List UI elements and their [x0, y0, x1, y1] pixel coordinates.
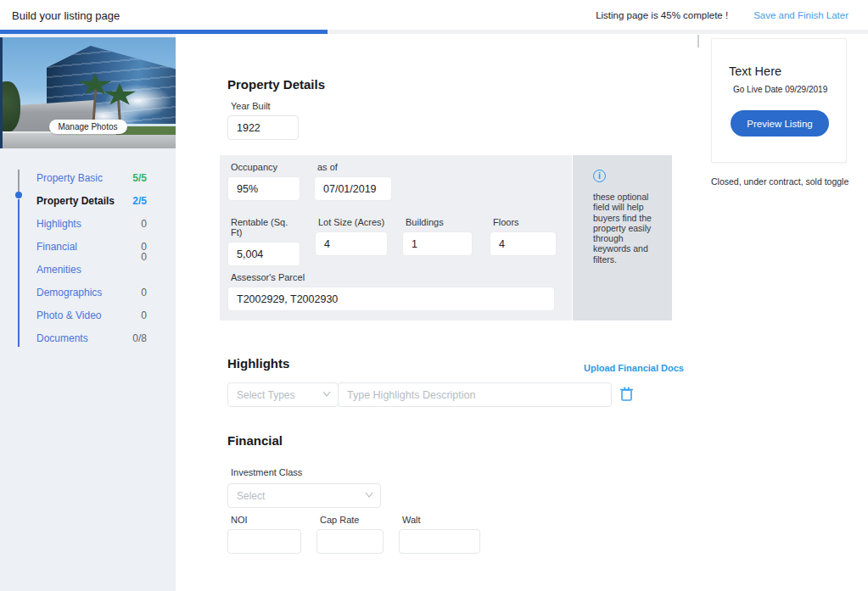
sidebar-item-label: Property Basic: [36, 172, 103, 184]
top-bar-right: Listing page is 45% complete ! Save and …: [596, 0, 848, 30]
sidebar-item-label: Demographics: [36, 287, 102, 298]
cap-rate-field: Cap Rate: [316, 515, 384, 554]
sidebar-item-property-details[interactable]: Property Details 2/5: [0, 189, 176, 212]
lot-size-label: Lot Size (Acres): [315, 217, 388, 227]
sidebar-item-count: 0: [141, 251, 147, 263]
go-live-date-text: Go Live Date 09/29/2019: [733, 85, 827, 94]
scrollbar-thumb[interactable]: [697, 35, 699, 47]
sidebar-item-count: 2/5: [132, 195, 147, 207]
photo-edge: [0, 37, 3, 148]
sidebar-item-label: Financial: [36, 241, 77, 253]
progress-status-text: Listing page is 45% complete !: [596, 10, 728, 20]
occupancy-field: Occupancy: [227, 162, 300, 201]
buildings-input[interactable]: [402, 231, 473, 256]
sidebar-nav: Property Basic 5/5 Property Details 2/5 …: [0, 166, 176, 349]
sidebar-item-count: 5/5: [132, 172, 147, 184]
sidebar-item-documents[interactable]: Documents 0/8: [0, 326, 176, 349]
occupancy-input[interactable]: [227, 176, 300, 201]
sidebar-item-demographics[interactable]: Demographics 0: [0, 281, 176, 304]
sidebar-item-count: 0: [141, 218, 147, 230]
sidebar: Manage Photos Property Basic 5/5 Propert…: [0, 34, 176, 591]
year-built-input[interactable]: [227, 115, 299, 140]
lot-size-input[interactable]: [315, 231, 388, 256]
walt-input[interactable]: [399, 529, 480, 554]
nav-progress-line-blue: [18, 199, 20, 347]
sidebar-item-count: 0: [141, 287, 147, 298]
cap-rate-label: Cap Rate: [316, 515, 384, 525]
sidebar-item-label: Highlights: [36, 218, 81, 230]
year-built-label: Year Built: [227, 101, 299, 111]
as-of-label: as of: [314, 162, 392, 172]
info-panel: i these optional field will help buyers …: [573, 155, 672, 321]
investment-class-select-input[interactable]: [227, 483, 381, 508]
preview-card-title: Text Here: [729, 64, 781, 78]
highlight-description-input[interactable]: [338, 382, 612, 407]
floors-input[interactable]: [490, 231, 557, 256]
sidebar-item-property-basic[interactable]: Property Basic 5/5: [0, 166, 176, 189]
optional-fields-panel: Occupancy as of Rentable (Sq. Ft) Lot Si…: [220, 155, 572, 321]
investment-class-field: Investment Class: [227, 467, 381, 482]
as-of-field: as of: [314, 162, 392, 201]
noi-input[interactable]: [227, 529, 301, 554]
investment-class-select[interactable]: [227, 483, 381, 508]
sidebar-item-count: 0/8: [132, 332, 147, 344]
sidebar-item-label: Property Details: [36, 195, 115, 207]
info-icon: i: [593, 170, 606, 182]
buildings-label: Buildings: [402, 217, 473, 227]
walt-label: Walt: [399, 515, 480, 525]
page-title: Build your listing page: [12, 9, 120, 22]
property-photo: Manage Photos: [0, 37, 176, 148]
cap-rate-input[interactable]: [316, 529, 384, 554]
save-and-finish-later-link[interactable]: Save and Finish Later: [753, 10, 848, 20]
sidebar-item-label: Photo & Video: [36, 309, 102, 321]
rentable-label: Rentable (Sq. Ft): [227, 217, 300, 237]
upload-financial-docs-link[interactable]: Upload Financial Docs: [584, 363, 684, 373]
nav-progress-line-gray: [18, 170, 20, 192]
property-details-heading: Property Details: [227, 77, 325, 92]
highlights-heading: Highlights: [227, 356, 289, 371]
walt-field: Walt: [399, 515, 480, 554]
rentable-field: Rentable (Sq. Ft): [227, 217, 300, 266]
sidebar-item-photo-video[interactable]: Photo & Video 0: [0, 304, 176, 326]
floors-field: Floors: [490, 217, 557, 256]
build-listing-page: Build your listing page Listing page is …: [0, 0, 868, 591]
sidebar-item-label: Documents: [36, 332, 88, 344]
lot-size-field: Lot Size (Acres): [315, 217, 388, 256]
highlight-description-field: [338, 382, 612, 407]
sidebar-item-financial[interactable]: Financial 0: [0, 235, 176, 258]
assessors-parcel-input[interactable]: [227, 287, 555, 311]
info-note-text: these optional field will help buyers fi…: [593, 192, 663, 265]
noi-field: NOI: [227, 515, 301, 554]
preview-card: Text Here Go Live Date 09/29/2019 Previe…: [711, 38, 847, 163]
nav-active-dot: [15, 192, 22, 198]
highlight-type-select-input[interactable]: [227, 382, 339, 407]
year-built-field: Year Built: [227, 101, 299, 140]
rentable-input[interactable]: [227, 242, 300, 266]
buildings-field: Buildings: [402, 217, 473, 256]
investment-class-label: Investment Class: [227, 467, 381, 477]
floors-label: Floors: [490, 217, 557, 227]
assessors-parcel-field: Assessor's Parcel: [227, 272, 555, 311]
sidebar-item-count: 0: [141, 309, 147, 321]
trash-icon[interactable]: [619, 386, 634, 402]
sidebar-item-label: Amenities: [36, 264, 81, 276]
as-of-input[interactable]: [314, 176, 392, 201]
noi-label: NOI: [227, 515, 301, 525]
top-bar: Build your listing page Listing page is …: [0, 0, 868, 30]
status-toggle-note: Closed, under contract, sold toggle: [711, 176, 848, 187]
sidebar-item-highlights[interactable]: Highlights 0: [0, 212, 176, 235]
occupancy-label: Occupancy: [227, 162, 300, 172]
sidebar-item-amenities[interactable]: Amenities 0: [0, 258, 176, 281]
preview-listing-button[interactable]: Preview Listing: [731, 110, 829, 137]
manage-photos-button[interactable]: Manage Photos: [48, 120, 126, 134]
highlight-type-select[interactable]: [227, 382, 339, 407]
assessors-parcel-label: Assessor's Parcel: [227, 272, 555, 282]
financial-heading: Financial: [227, 433, 283, 448]
